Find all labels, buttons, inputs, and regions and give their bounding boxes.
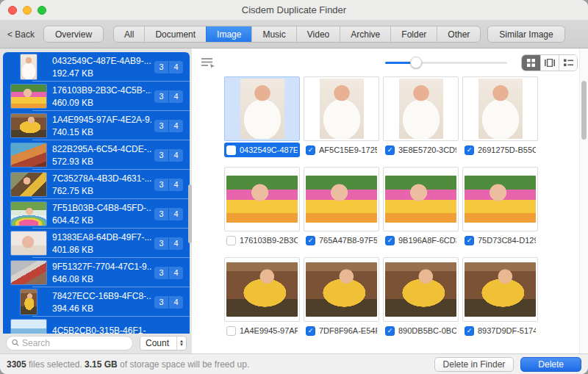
thumbnail-card[interactable]	[383, 257, 459, 322]
item-checkbox[interactable]: ✓	[465, 326, 474, 336]
thumbnail-card[interactable]	[304, 167, 379, 231]
group-count-badge[interactable]: 4	[169, 208, 183, 220]
group-count-badge[interactable]: 4	[169, 149, 183, 162]
thumbnail-card[interactable]	[383, 76, 459, 141]
duplicate-group-row[interactable]: 0432549C-487E-4AB9-... 192.47 KB 34	[3, 52, 190, 82]
tab-music[interactable]: Music	[251, 26, 295, 42]
tab-other[interactable]: Other	[437, 26, 480, 42]
item-checkbox[interactable]: ✓	[385, 236, 395, 245]
file-name: 78427ECC-16B9-4FC8-...	[52, 291, 151, 301]
main-scrollbar[interactable]	[579, 48, 588, 353]
file-thumbnail	[11, 320, 46, 334]
grid-cell: ✓ 890DB5BC-0BCD...	[383, 257, 459, 338]
group-count-badge[interactable]: 3	[154, 179, 168, 191]
thumbnail-card[interactable]	[462, 257, 538, 322]
item-checkbox[interactable]: ✓	[385, 145, 395, 155]
delete-button[interactable]: Delete	[520, 357, 581, 372]
tab-archive[interactable]: Archive	[340, 26, 390, 42]
list-view-button[interactable]	[559, 55, 577, 71]
group-count-badge[interactable]: 4	[169, 179, 183, 191]
group-count-badge[interactable]: 4	[169, 296, 183, 309]
window-title: Cisdem Duplicate Finder	[0, 4, 588, 15]
item-checkbox[interactable]: ✓	[465, 236, 474, 245]
coverflow-view-button[interactable]	[540, 55, 559, 71]
sort-by-select[interactable]: Count ▲ ▼	[140, 336, 187, 350]
duplicate-group-row[interactable]: 822B295A-6C54-4CDE-... 572.93 KB 34	[3, 140, 190, 170]
duplicate-group-row[interactable]: 176103B9-2B3C-4C5B-... 460.09 KB 34	[3, 82, 190, 111]
scrollbar-thumb[interactable]	[581, 81, 587, 140]
file-size: 572.93 KB	[52, 157, 151, 167]
item-filename: 0432549C-487E-...	[240, 145, 298, 154]
grid-view-button[interactable]	[522, 55, 540, 71]
item-label-row: 1A4E9945-97AF-...	[224, 323, 300, 338]
image-thumbnail	[399, 79, 443, 139]
item-label-row: ✓ 7DF8F96A-E54F-...	[304, 323, 379, 338]
duplicate-group-row[interactable]: 7C35278A-4B3D-4631-... 762.75 KB 34	[3, 170, 190, 199]
group-count-badge[interactable]: 3	[154, 90, 168, 103]
thumbnail-card[interactable]	[383, 167, 459, 231]
slider-knob[interactable]	[410, 57, 422, 68]
tab-all[interactable]: All	[114, 26, 144, 42]
group-cards: 0432549C-487E-... ✓ AF5C15E9-1725-... ✓ …	[224, 76, 588, 157]
smart-select-icon[interactable]	[201, 57, 216, 68]
item-label-row: ✓ 765A47B8-97F5-...	[304, 233, 379, 248]
item-checkbox[interactable]	[226, 326, 236, 336]
item-filename: 3E8E5720-3CD9-...	[398, 145, 456, 154]
duplicate-group-row[interactable]: 91383EA8-64DB-49F7-... 401.86 KB 34	[3, 229, 190, 258]
group-count-badge[interactable]: 4	[169, 61, 183, 73]
duplicate-group-row[interactable]: 4C5B2CB0-315B-46F1-	[3, 317, 190, 334]
item-checkbox[interactable]	[226, 236, 236, 245]
thumbnail-card[interactable]	[224, 257, 300, 322]
item-checkbox[interactable]: ✓	[306, 236, 315, 245]
group-count-badge[interactable]: 3	[154, 120, 168, 132]
group-count-badge[interactable]: 3	[154, 61, 168, 73]
group-count-badge[interactable]: 4	[169, 267, 183, 279]
item-checkbox[interactable]: ✓	[465, 145, 474, 155]
thumbnail-card[interactable]	[224, 76, 300, 141]
group-count-badge[interactable]: 3	[154, 149, 168, 162]
item-checkbox[interactable]: ✓	[306, 145, 315, 155]
group-cards: 176103B9-2B3C-... ✓ 765A47B8-97F5-... ✓ …	[224, 167, 588, 248]
file-thumbnail	[11, 143, 46, 167]
thumbnail-card[interactable]	[304, 76, 379, 141]
tab-document[interactable]: Document	[144, 26, 206, 42]
stepper-control[interactable]: ▲ ▼	[176, 337, 186, 350]
overview-button[interactable]: Overview	[43, 26, 104, 43]
zoom-slider[interactable]	[385, 57, 507, 69]
group-count-badge[interactable]: 3	[154, 296, 168, 309]
group-count-badges: 34	[154, 267, 183, 279]
group-count-badge[interactable]: 3	[154, 237, 168, 250]
group-count-badge[interactable]: 4	[169, 90, 183, 103]
group-count-badge[interactable]: 3	[154, 267, 168, 279]
thumbnail-card[interactable]	[462, 167, 538, 231]
item-checkbox[interactable]: ✓	[306, 326, 315, 336]
search-field[interactable]	[6, 336, 133, 350]
image-thumbnail	[306, 176, 377, 223]
thumbnail-slot	[9, 143, 49, 167]
item-label-row: ✓ 9B196A8F-6CD3-...	[383, 233, 459, 248]
thumbnail-card[interactable]	[304, 257, 379, 322]
group-count-badge[interactable]: 4	[169, 237, 183, 250]
duplicate-group-row[interactable]: 7F51B03B-C4B8-45FD-... 604.42 KB 34	[3, 199, 190, 229]
item-label-row: ✓ 2691275D-B55C-...	[462, 143, 538, 157]
thumbnail-card[interactable]	[224, 167, 300, 231]
grid-cell: ✓ 2691275D-B55C-...	[462, 76, 538, 157]
similar-image-button[interactable]: Similar Image	[487, 26, 564, 43]
duplicate-group-row[interactable]: 9F51327F-7704-47C1-9... 646.08 KB 34	[3, 258, 190, 287]
duplicate-group-row[interactable]: 1A4E9945-97AF-4E2A-9... 740.15 KB 34	[3, 111, 190, 140]
item-filename: 2691275D-B55C-...	[478, 145, 536, 154]
tab-video[interactable]: Video	[296, 26, 340, 42]
delete-in-finder-button[interactable]: Delete in Finder	[434, 357, 514, 372]
search-input[interactable]	[22, 338, 127, 348]
group-count-badge[interactable]: 3	[154, 208, 168, 220]
item-checkbox[interactable]	[226, 145, 236, 155]
back-button[interactable]: < Back	[7, 29, 35, 40]
tab-image[interactable]: Image	[206, 26, 251, 42]
item-checkbox[interactable]: ✓	[385, 326, 395, 336]
thumbnail-card[interactable]	[462, 76, 538, 141]
group-count-badge[interactable]: 4	[169, 120, 183, 132]
tab-folder[interactable]: Folder	[390, 26, 437, 42]
app-window: Cisdem Duplicate Finder < Back Overview …	[0, 0, 588, 374]
status-text-2: of storage space will be freed up.	[118, 359, 249, 370]
duplicate-group-row[interactable]: 78427ECC-16B9-4FC8-... 394.46 KB 34	[3, 287, 190, 317]
